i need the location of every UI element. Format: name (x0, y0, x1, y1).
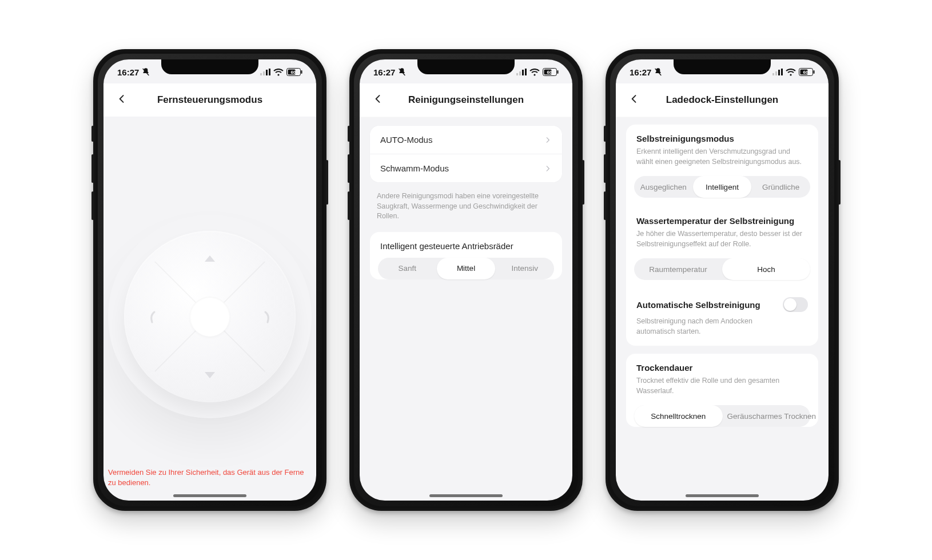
svg-point-22 (790, 74, 791, 75)
wifi-icon (273, 69, 284, 76)
dpad-right-button[interactable] (250, 297, 285, 337)
watertemp-segmented-control: Raumtemperatur Hoch (634, 258, 810, 280)
svg-rect-15 (557, 70, 559, 74)
phone-notch (674, 59, 771, 74)
auto-selfclean-desc: Selbstreinigung nach dem Andocken automa… (626, 314, 818, 346)
drying-segmented-control: Schnelltrocknen Geräuscharmes Trocknen (634, 405, 810, 427)
sponge-mode-row[interactable]: Schwamm-Modus (370, 154, 562, 182)
selfclean-card: Selbstreinigungsmodus Erkennt intelligen… (626, 125, 818, 346)
drying-desc: Trocknet effektiv die Rolle und den gesa… (626, 376, 818, 402)
auto-selfclean-title: Automatische Selbstreinigung (636, 300, 760, 310)
phone-side-button (604, 191, 606, 220)
svg-text:60: 60 (291, 70, 296, 75)
dpad-center-button[interactable] (190, 297, 230, 337)
auto-selfclean-row: Automatische Selbstreinigung (626, 289, 818, 314)
back-button[interactable] (110, 87, 133, 113)
phone-remote-control: 16:27 60 (93, 49, 326, 511)
selfclean-option-deep[interactable]: Gründliche (751, 176, 810, 198)
svg-text:60: 60 (547, 70, 552, 75)
watertemp-desc: Je höher die Wassertemperatur, desto bes… (626, 229, 818, 255)
back-button[interactable] (623, 87, 646, 113)
turn-left-icon (146, 310, 158, 323)
wifi-icon (529, 69, 540, 76)
dpad-left-button[interactable] (134, 297, 170, 337)
phone-side-button (91, 191, 94, 220)
phone-side-button (91, 154, 94, 183)
auto-mode-row[interactable]: AUTO-Modus (370, 126, 562, 154)
wheels-option-intense[interactable]: Intensiv (495, 258, 554, 279)
toggle-knob (784, 298, 796, 311)
watertemp-title: Wassertemperatur der Selbstreinigung (626, 207, 818, 229)
svg-rect-18 (772, 73, 774, 75)
phone-side-button (348, 126, 350, 142)
wheels-card: Intelligent gesteuerte Antriebsräder San… (370, 232, 562, 279)
watertemp-option-room[interactable]: Raumtemperatur (634, 258, 722, 280)
phone-notch (161, 59, 258, 74)
home-indicator[interactable] (686, 494, 759, 497)
svg-rect-9 (516, 73, 518, 75)
arrow-down-icon (205, 372, 215, 378)
cleaning-modes-note: Andere Reinigungsmodi haben eine voreing… (365, 190, 567, 227)
drying-option-quiet[interactable]: Geräuscharmes Trocknen (723, 405, 821, 427)
watertemp-option-high[interactable]: Hoch (722, 258, 810, 280)
svg-rect-24 (814, 70, 815, 74)
auto-mode-label: AUTO-Modus (380, 135, 432, 145)
sponge-mode-label: Schwamm-Modus (380, 163, 449, 173)
selfclean-option-balanced[interactable]: Ausgeglichen (634, 176, 693, 198)
svg-rect-1 (263, 71, 265, 75)
phone-side-button (348, 154, 350, 183)
svg-text:60: 60 (803, 70, 808, 75)
status-time: 16:27 (117, 67, 139, 77)
svg-rect-20 (778, 70, 780, 75)
phone-side-button (582, 160, 584, 205)
phone-cleaning-settings: 16:27 60 Reinigungseinst (349, 49, 583, 511)
chevron-right-icon (544, 165, 552, 173)
svg-rect-2 (266, 70, 268, 75)
phone-side-button (838, 160, 841, 205)
page-title: Fernsteuerungsmodus (157, 94, 262, 106)
drying-card: Trockendauer Trocknet effektiv die Rolle… (626, 354, 818, 427)
svg-rect-11 (522, 70, 524, 75)
chevron-right-icon (544, 136, 552, 144)
drying-option-fast[interactable]: Schnelltrocknen (634, 405, 723, 427)
phone-notch (417, 59, 515, 74)
phone-side-button (348, 191, 350, 220)
home-indicator[interactable] (429, 494, 503, 497)
selfclean-title: Selbstreinigungsmodus (626, 125, 818, 147)
nav-bar: Fernsteuerungsmodus (103, 83, 316, 117)
wifi-icon (786, 69, 796, 76)
dpad-down-button[interactable] (190, 358, 230, 392)
battery-icon: 60 (799, 68, 815, 76)
home-indicator[interactable] (173, 494, 246, 497)
wheels-segmented-control: Sanft Mittel Intensiv (378, 258, 554, 279)
svg-rect-6 (301, 70, 302, 74)
nav-bar: Ladedock-Einstellungen (616, 83, 829, 117)
cellular-signal-icon (772, 69, 783, 75)
svg-rect-0 (260, 73, 262, 75)
phone-side-button (604, 126, 606, 142)
selfclean-desc: Erkennt intelligent den Verschmutzungsgr… (626, 147, 818, 173)
wheels-option-soft[interactable]: Sanft (378, 258, 437, 279)
wheels-option-mid[interactable]: Mittel (437, 258, 496, 279)
cellular-signal-icon (260, 69, 270, 75)
auto-selfclean-toggle[interactable] (783, 297, 808, 312)
svg-rect-19 (775, 71, 777, 75)
selfclean-option-smart[interactable]: Intelligent (693, 176, 752, 198)
svg-rect-3 (269, 69, 270, 75)
phone-dock-settings: 16:27 60 Ladedock-Einste (606, 49, 839, 511)
back-button[interactable] (367, 87, 389, 113)
svg-point-13 (533, 74, 535, 75)
remote-dpad (124, 231, 296, 402)
battery-icon: 60 (543, 68, 559, 76)
arrow-up-icon (205, 255, 215, 262)
phone-side-button (326, 160, 328, 205)
status-time: 16:27 (373, 67, 395, 77)
page-title: Ladedock-Einstellungen (666, 94, 778, 106)
svg-rect-10 (519, 71, 521, 75)
turn-right-icon (262, 310, 273, 323)
phone-side-button (91, 126, 94, 142)
silent-mode-icon (397, 67, 407, 77)
dpad-up-button[interactable] (190, 241, 230, 275)
cellular-signal-icon (516, 69, 527, 75)
page-title: Reinigungseinstellungen (408, 94, 524, 106)
